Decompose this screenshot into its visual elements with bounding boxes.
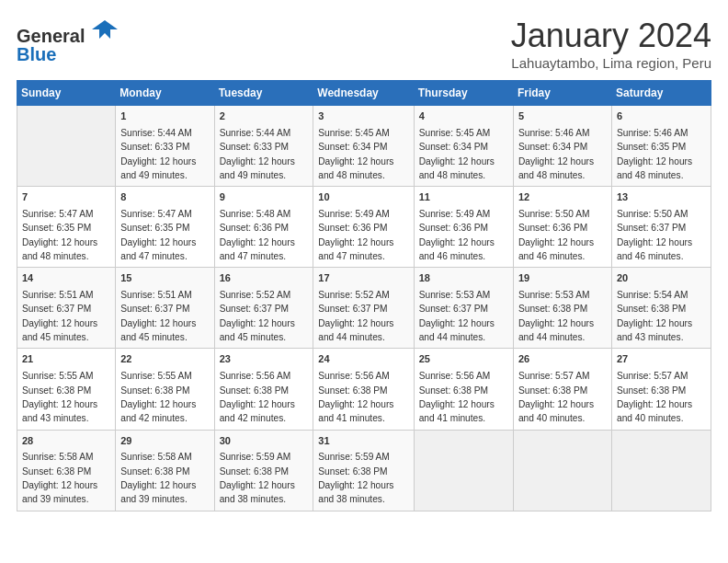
day-info: Sunrise: 5:56 AM Sunset: 6:38 PM Dayligh… <box>220 371 295 423</box>
calendar-table: SundayMondayTuesdayWednesdayThursdayFrid… <box>17 80 711 511</box>
page-header: General Blue January 2024 Lahuaytambo, L… <box>17 17 711 71</box>
day-number: 16 <box>220 271 309 286</box>
day-number: 5 <box>518 109 607 124</box>
day-info: Sunrise: 5:59 AM Sunset: 6:38 PM Dayligh… <box>318 452 393 504</box>
calendar-cell: 17Sunrise: 5:52 AM Sunset: 6:37 PM Dayli… <box>313 268 414 349</box>
day-info: Sunrise: 5:45 AM Sunset: 6:34 PM Dayligh… <box>419 128 495 180</box>
day-number: 4 <box>419 109 508 124</box>
day-number: 29 <box>120 434 209 449</box>
day-info: Sunrise: 5:50 AM Sunset: 6:37 PM Dayligh… <box>617 209 692 261</box>
calendar-cell: 14Sunrise: 5:51 AM Sunset: 6:37 PM Dayli… <box>17 268 116 349</box>
logo-bird-icon <box>92 17 118 42</box>
calendar-cell: 1Sunrise: 5:44 AM Sunset: 6:33 PM Daylig… <box>116 106 214 187</box>
col-header-thursday: Thursday <box>414 81 513 106</box>
calendar-week-2: 7Sunrise: 5:47 AM Sunset: 6:35 PM Daylig… <box>17 187 711 268</box>
calendar-cell: 30Sunrise: 5:59 AM Sunset: 6:38 PM Dayli… <box>214 430 313 511</box>
day-number: 1 <box>120 109 209 124</box>
calendar-cell: 19Sunrise: 5:53 AM Sunset: 6:38 PM Dayli… <box>513 268 611 349</box>
day-info: Sunrise: 5:47 AM Sunset: 6:35 PM Dayligh… <box>120 209 196 261</box>
day-info: Sunrise: 5:57 AM Sunset: 6:38 PM Dayligh… <box>518 371 594 423</box>
day-number: 23 <box>220 352 309 367</box>
svg-marker-0 <box>92 20 118 39</box>
day-number: 12 <box>518 190 607 205</box>
day-number: 11 <box>419 190 508 205</box>
calendar-week-1: 1Sunrise: 5:44 AM Sunset: 6:33 PM Daylig… <box>17 106 711 187</box>
day-number: 19 <box>518 271 607 286</box>
calendar-cell: 15Sunrise: 5:51 AM Sunset: 6:37 PM Dayli… <box>116 268 214 349</box>
day-info: Sunrise: 5:49 AM Sunset: 6:36 PM Dayligh… <box>419 209 495 261</box>
day-number: 13 <box>617 190 706 205</box>
calendar-week-5: 28Sunrise: 5:58 AM Sunset: 6:38 PM Dayli… <box>17 430 711 511</box>
day-info: Sunrise: 5:50 AM Sunset: 6:36 PM Dayligh… <box>518 209 594 261</box>
day-info: Sunrise: 5:54 AM Sunset: 6:38 PM Dayligh… <box>617 290 692 342</box>
day-number: 6 <box>617 109 706 124</box>
col-header-tuesday: Tuesday <box>214 81 313 106</box>
calendar-cell: 8Sunrise: 5:47 AM Sunset: 6:35 PM Daylig… <box>116 187 214 268</box>
day-number: 27 <box>617 352 706 367</box>
day-number: 30 <box>220 434 309 449</box>
title-block: January 2024 Lahuaytambo, Lima region, P… <box>511 17 711 71</box>
calendar-cell <box>414 430 513 511</box>
col-header-saturday: Saturday <box>611 81 711 106</box>
day-number: 28 <box>22 434 110 449</box>
day-info: Sunrise: 5:56 AM Sunset: 6:38 PM Dayligh… <box>419 371 495 423</box>
calendar-cell: 16Sunrise: 5:52 AM Sunset: 6:37 PM Dayli… <box>214 268 313 349</box>
calendar-cell <box>17 106 116 187</box>
day-number: 7 <box>22 190 110 205</box>
calendar-cell: 26Sunrise: 5:57 AM Sunset: 6:38 PM Dayli… <box>513 349 611 430</box>
day-info: Sunrise: 5:48 AM Sunset: 6:36 PM Dayligh… <box>220 209 295 261</box>
day-number: 14 <box>22 271 110 286</box>
calendar-week-4: 21Sunrise: 5:55 AM Sunset: 6:38 PM Dayli… <box>17 349 711 430</box>
calendar-header-row: SundayMondayTuesdayWednesdayThursdayFrid… <box>17 81 711 106</box>
day-info: Sunrise: 5:58 AM Sunset: 6:38 PM Dayligh… <box>22 452 97 504</box>
day-info: Sunrise: 5:56 AM Sunset: 6:38 PM Dayligh… <box>318 371 393 423</box>
day-info: Sunrise: 5:46 AM Sunset: 6:35 PM Dayligh… <box>617 128 692 180</box>
day-number: 20 <box>617 271 706 286</box>
month-title: January 2024 <box>511 17 711 55</box>
calendar-cell: 6Sunrise: 5:46 AM Sunset: 6:35 PM Daylig… <box>611 106 711 187</box>
day-number: 24 <box>318 352 408 367</box>
calendar-cell: 4Sunrise: 5:45 AM Sunset: 6:34 PM Daylig… <box>414 106 513 187</box>
col-header-monday: Monday <box>116 81 214 106</box>
day-number: 22 <box>120 352 209 367</box>
day-info: Sunrise: 5:58 AM Sunset: 6:38 PM Dayligh… <box>120 452 196 504</box>
day-info: Sunrise: 5:55 AM Sunset: 6:38 PM Dayligh… <box>120 371 196 423</box>
calendar-cell: 18Sunrise: 5:53 AM Sunset: 6:37 PM Dayli… <box>414 268 513 349</box>
day-info: Sunrise: 5:53 AM Sunset: 6:38 PM Dayligh… <box>518 290 594 342</box>
day-number: 31 <box>318 434 408 449</box>
logo: General Blue <box>17 17 118 65</box>
col-header-sunday: Sunday <box>17 81 116 106</box>
day-info: Sunrise: 5:57 AM Sunset: 6:38 PM Dayligh… <box>617 371 692 423</box>
day-number: 8 <box>120 190 209 205</box>
calendar-cell: 28Sunrise: 5:58 AM Sunset: 6:38 PM Dayli… <box>17 430 116 511</box>
day-info: Sunrise: 5:52 AM Sunset: 6:37 PM Dayligh… <box>220 290 295 342</box>
calendar-cell: 10Sunrise: 5:49 AM Sunset: 6:36 PM Dayli… <box>313 187 414 268</box>
calendar-cell: 29Sunrise: 5:58 AM Sunset: 6:38 PM Dayli… <box>116 430 214 511</box>
calendar-cell: 27Sunrise: 5:57 AM Sunset: 6:38 PM Dayli… <box>611 349 711 430</box>
day-info: Sunrise: 5:51 AM Sunset: 6:37 PM Dayligh… <box>120 290 196 342</box>
day-info: Sunrise: 5:47 AM Sunset: 6:35 PM Dayligh… <box>22 209 97 261</box>
day-number: 3 <box>318 109 408 124</box>
day-number: 25 <box>419 352 508 367</box>
day-info: Sunrise: 5:53 AM Sunset: 6:37 PM Dayligh… <box>419 290 495 342</box>
calendar-cell: 13Sunrise: 5:50 AM Sunset: 6:37 PM Dayli… <box>611 187 711 268</box>
calendar-week-3: 14Sunrise: 5:51 AM Sunset: 6:37 PM Dayli… <box>17 268 711 349</box>
calendar-cell: 20Sunrise: 5:54 AM Sunset: 6:38 PM Dayli… <box>611 268 711 349</box>
calendar-cell <box>611 430 711 511</box>
calendar-cell <box>513 430 611 511</box>
calendar-cell: 22Sunrise: 5:55 AM Sunset: 6:38 PM Dayli… <box>116 349 214 430</box>
day-number: 15 <box>120 271 209 286</box>
col-header-friday: Friday <box>513 81 611 106</box>
calendar-cell: 23Sunrise: 5:56 AM Sunset: 6:38 PM Dayli… <box>214 349 313 430</box>
calendar-cell: 21Sunrise: 5:55 AM Sunset: 6:38 PM Dayli… <box>17 349 116 430</box>
day-number: 21 <box>22 352 110 367</box>
day-number: 17 <box>318 271 408 286</box>
calendar-cell: 5Sunrise: 5:46 AM Sunset: 6:34 PM Daylig… <box>513 106 611 187</box>
calendar-cell: 7Sunrise: 5:47 AM Sunset: 6:35 PM Daylig… <box>17 187 116 268</box>
day-info: Sunrise: 5:44 AM Sunset: 6:33 PM Dayligh… <box>220 128 295 180</box>
logo-blue: Blue <box>17 44 56 64</box>
calendar-cell: 12Sunrise: 5:50 AM Sunset: 6:36 PM Dayli… <box>513 187 611 268</box>
col-header-wednesday: Wednesday <box>313 81 414 106</box>
day-info: Sunrise: 5:55 AM Sunset: 6:38 PM Dayligh… <box>22 371 97 423</box>
day-number: 18 <box>419 271 508 286</box>
